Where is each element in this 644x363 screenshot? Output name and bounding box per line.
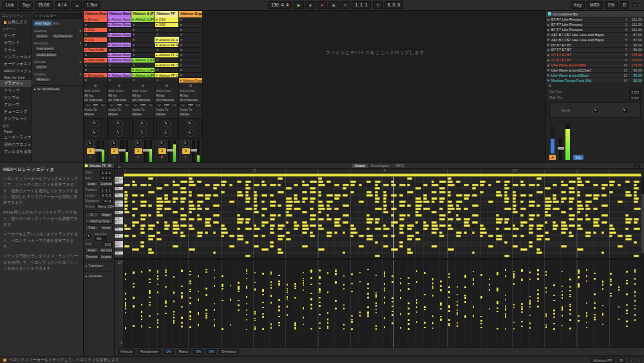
midi-note[interactable] (375, 191, 378, 193)
scene-launch-button[interactable]: ▶ (546, 74, 551, 77)
velocity-dot[interactable] (578, 273, 580, 275)
velocity-lane[interactable] (124, 260, 641, 348)
midi-note[interactable] (569, 231, 571, 234)
midi-note[interactable] (140, 218, 146, 221)
velocity-dot[interactable] (432, 282, 434, 284)
velocity-dot[interactable] (375, 312, 377, 314)
midi-note[interactable] (350, 181, 356, 183)
velocity-dot[interactable] (505, 306, 507, 308)
monitor-off-button[interactable]: Off (147, 103, 154, 107)
midi-note[interactable] (261, 208, 267, 210)
midi-note[interactable] (213, 194, 219, 197)
velocity-dot[interactable] (618, 319, 620, 320)
velocity-dot[interactable] (553, 284, 555, 286)
velocity-dot[interactable] (262, 316, 264, 318)
midi-note[interactable] (383, 224, 386, 227)
velocity-dot[interactable] (351, 273, 353, 275)
midi-note[interactable] (270, 245, 274, 248)
channel-chooser[interactable]: All Channels (132, 98, 154, 103)
midi-note[interactable] (431, 245, 437, 248)
midi-note[interactable] (148, 204, 152, 207)
midi-note[interactable] (545, 197, 551, 200)
velocity-dot[interactable] (432, 287, 434, 289)
velocity-dot[interactable] (125, 328, 127, 329)
midi-note[interactable] (625, 214, 629, 217)
velocity-dot[interactable] (287, 299, 289, 300)
clip-slot[interactable]: ▶Ableton Bass 5 (108, 53, 131, 58)
velocity-dot[interactable] (513, 322, 515, 324)
cue-out-chooser[interactable]: ii 1/2 (629, 90, 641, 94)
velocity-dot[interactable] (222, 300, 223, 302)
midi-note[interactable] (334, 184, 339, 186)
send-b-knob[interactable] (92, 130, 99, 137)
velocity-dot[interactable] (303, 317, 305, 319)
velocity-dot[interactable] (448, 297, 450, 299)
midi-note[interactable] (480, 181, 486, 183)
clip-stop-slot[interactable] (108, 78, 131, 83)
midi-note[interactable] (310, 201, 314, 203)
midi-note[interactable] (439, 191, 446, 193)
midi-note[interactable] (513, 184, 519, 186)
fader-handle[interactable] (167, 149, 173, 152)
fader-handle[interactable] (143, 149, 149, 152)
output-chooser[interactable]: Master (156, 112, 178, 117)
velocity-dot[interactable] (319, 328, 321, 329)
midi-note[interactable] (270, 184, 276, 186)
midi-note[interactable] (593, 197, 598, 200)
draw-mode-button[interactable]: ✎ (340, 1, 350, 9)
midi-note[interactable] (593, 194, 600, 197)
midi-note[interactable] (343, 204, 350, 207)
midi-note[interactable] (464, 221, 468, 224)
midi-note[interactable] (520, 181, 524, 183)
midi-note[interactable] (553, 208, 560, 210)
midi-note[interactable] (286, 221, 289, 224)
midi-note[interactable] (545, 238, 551, 240)
velocity-dot[interactable] (569, 286, 571, 288)
velocity-dot[interactable] (634, 319, 636, 321)
midi-note[interactable] (448, 204, 453, 207)
midi-note[interactable] (529, 245, 533, 248)
velocity-dot[interactable] (319, 289, 321, 291)
midi-note[interactable] (375, 208, 382, 210)
output-chooser[interactable]: Master (108, 112, 130, 117)
midi-note[interactable] (439, 201, 444, 203)
velocity-dot[interactable] (553, 328, 555, 330)
midi-note[interactable] (529, 214, 535, 217)
midi-note[interactable] (431, 228, 439, 230)
clip-slot[interactable]: ▶Ableton (L)Pf 3 (131, 68, 155, 73)
velocity-dot[interactable] (327, 272, 329, 274)
velocity-dot[interactable] (141, 271, 143, 273)
midi-note[interactable] (439, 224, 446, 227)
midi-note[interactable] (375, 255, 380, 257)
velocity-dot[interactable] (375, 275, 377, 277)
midi-note[interactable] (270, 228, 274, 230)
midi-note[interactable] (366, 235, 373, 237)
velocity-dot[interactable] (310, 328, 312, 330)
velocity-dot[interactable] (545, 315, 547, 317)
collection-item[interactable]: お気に入り (0, 19, 32, 26)
velocity-dot[interactable] (238, 291, 240, 293)
send-b-knob[interactable] (187, 130, 194, 137)
midi-note[interactable] (334, 208, 339, 210)
midi-note[interactable] (173, 184, 180, 186)
midi-note[interactable] (156, 231, 160, 234)
velocity-dot[interactable] (270, 281, 272, 283)
velocity-dot[interactable] (125, 312, 127, 314)
midi-note[interactable] (180, 181, 187, 183)
midi-note[interactable] (577, 248, 583, 251)
midi-note[interactable] (254, 191, 258, 193)
midi-note[interactable] (561, 184, 568, 186)
arm-button[interactable] (113, 155, 116, 159)
clip-stop-slot[interactable] (131, 53, 155, 58)
quantize-menu[interactable]: 1 Bar (83, 1, 100, 9)
midi-note[interactable] (407, 177, 412, 180)
midi-note[interactable] (561, 191, 566, 193)
velocity-dot[interactable] (278, 283, 280, 285)
velocity-dot[interactable] (287, 306, 289, 308)
pan-knob[interactable] (111, 140, 118, 147)
midi-note[interactable] (561, 211, 566, 213)
midi-note[interactable] (286, 204, 292, 207)
midi-note[interactable] (140, 224, 146, 227)
velocity-dot[interactable] (505, 309, 507, 311)
velocity-dot[interactable] (157, 272, 159, 274)
